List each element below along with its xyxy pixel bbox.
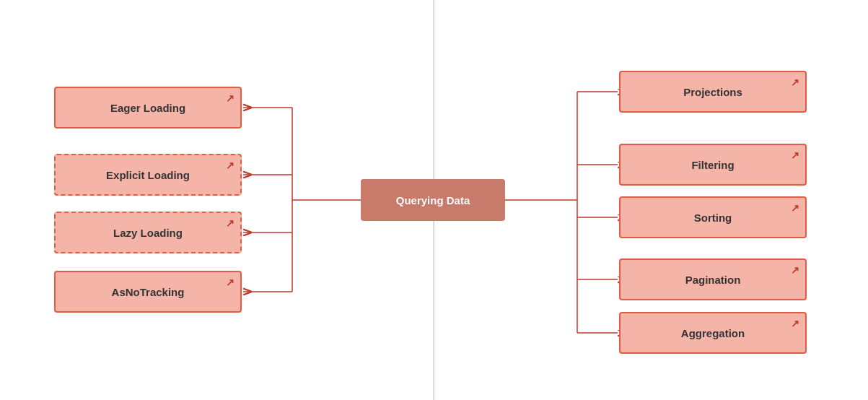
node-eager-loading[interactable]: Eager Loading ↗︎ (54, 87, 242, 129)
eager-loading-label: Eager Loading (110, 102, 185, 114)
eager-loading-ext-icon: ↗︎ (226, 92, 234, 104)
node-pagination[interactable]: Pagination ↗︎ (619, 258, 807, 300)
aggregation-ext-icon: ↗︎ (791, 318, 799, 329)
node-asnotracking[interactable]: AsNoTracking ↗︎ (54, 271, 242, 313)
lazy-loading-label: Lazy Loading (113, 227, 183, 239)
node-sorting[interactable]: Sorting ↗︎ (619, 196, 807, 238)
diagram-container: Querying Data Eager Loading ↗︎ Explicit … (0, 0, 868, 400)
pagination-ext-icon: ↗︎ (791, 264, 799, 276)
sorting-label: Sorting (694, 212, 732, 224)
explicit-loading-label: Explicit Loading (106, 169, 190, 181)
asnotracking-ext-icon: ↗︎ (226, 277, 234, 288)
sorting-ext-icon: ↗︎ (791, 202, 799, 214)
center-node: Querying Data (361, 179, 505, 221)
asnotracking-label: AsNoTracking (112, 286, 185, 298)
node-lazy-loading[interactable]: Lazy Loading ↗︎ (54, 212, 242, 253)
filtering-label: Filtering (691, 159, 734, 171)
node-filtering[interactable]: Filtering ↗︎ (619, 144, 807, 186)
node-aggregation[interactable]: Aggregation ↗︎ (619, 312, 807, 354)
center-node-label: Querying Data (396, 194, 470, 206)
filtering-ext-icon: ↗︎ (791, 149, 799, 161)
aggregation-label: Aggregation (681, 327, 745, 339)
projections-ext-icon: ↗︎ (791, 77, 799, 88)
pagination-label: Pagination (685, 274, 741, 286)
explicit-loading-ext-icon: ↗︎ (226, 160, 234, 171)
node-explicit-loading[interactable]: Explicit Loading ↗︎ (54, 154, 242, 196)
node-projections[interactable]: Projections ↗︎ (619, 71, 807, 113)
lazy-loading-ext-icon: ↗︎ (226, 217, 234, 229)
projections-label: Projections (683, 86, 742, 98)
